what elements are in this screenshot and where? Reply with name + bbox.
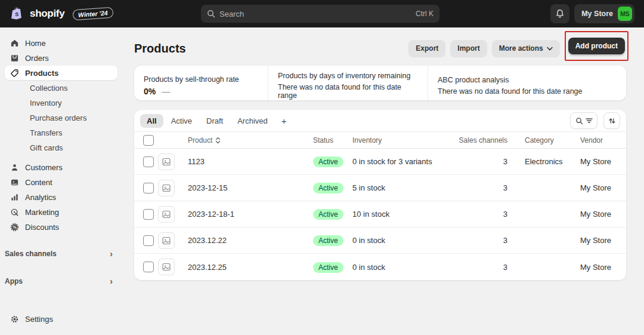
sidebar-item-home[interactable]: Home [5, 36, 117, 50]
row-checkbox[interactable] [143, 209, 154, 220]
shopify-bag-icon: S [10, 6, 25, 21]
sidebar-item-label: Orders [25, 54, 49, 63]
main-content: Products Export Import More actions Add … [122, 27, 644, 335]
page-header-actions: Export Import More actions Add product [408, 36, 626, 61]
column-header-inventory[interactable]: Inventory [352, 136, 442, 145]
tab-active[interactable]: Active [165, 114, 199, 128]
row-checkbox[interactable] [143, 183, 154, 193]
chevron-right-icon: › [110, 249, 113, 259]
add-view-button[interactable]: + [275, 115, 293, 127]
product-name[interactable]: 2023.12.22 [188, 236, 313, 245]
sidebar-item-customers[interactable]: Customers [5, 160, 117, 174]
sort-button[interactable] [603, 112, 620, 129]
vendor-cell: My Store [579, 157, 626, 166]
analytics-summary-card: Products by sell-through rate 0% — Produ… [134, 66, 626, 100]
sidebar-item-label: Inventory [30, 99, 61, 107]
add-product-button[interactable]: Add product [568, 38, 625, 54]
product-thumbnail [158, 180, 175, 196]
sidebar-item-products[interactable]: Products [5, 66, 117, 80]
table-row[interactable]: 2023.12.22 Active 0 in stock 3 My Store [134, 228, 626, 254]
sidebar-item-label: Analytics [25, 193, 56, 202]
analytics-icon [10, 192, 19, 202]
sidebar-section-sales-channels[interactable]: Sales channels › [5, 247, 117, 260]
vendor-cell: My Store [579, 236, 626, 245]
import-button[interactable]: Import [450, 40, 487, 57]
stat-title: Products by sell-through rate [144, 75, 258, 84]
image-placeholder-icon [162, 158, 171, 166]
table-row[interactable]: 2023.12.25 Active 0 in stock 3 My Store [134, 254, 626, 280]
search-input[interactable]: Search Ctrl K [201, 5, 439, 23]
shopify-logo[interactable]: S shopify Winter '24 [10, 6, 113, 21]
sidebar-item-transfers[interactable]: Transfers [5, 125, 117, 140]
stat-abc-analysis[interactable]: ABC product analysis There was no data f… [428, 66, 626, 106]
page-header: Products Export Import More actions Add … [134, 38, 626, 59]
inventory-cell: 0 in stock for 3 variants [352, 157, 442, 166]
sidebar-item-content[interactable]: Content [5, 175, 117, 189]
notifications-button[interactable] [550, 4, 569, 23]
annotation-highlight-box: Add product [565, 31, 628, 61]
stat-title: ABC product analysis [438, 76, 617, 84]
status-badge: Active [313, 209, 343, 220]
sidebar-item-label: Settings [25, 315, 53, 324]
stat-value: 0% [144, 87, 156, 96]
product-name[interactable]: 2023-12-15 [188, 183, 313, 192]
sidebar-item-label: Customers [25, 163, 63, 172]
sales-channels-cell: 3 [442, 210, 507, 219]
products-tag-icon [10, 68, 19, 78]
sidebar-item-discounts[interactable]: % Discounts [5, 220, 117, 234]
svg-text:S: S [15, 11, 18, 17]
product-name[interactable]: 1123 [188, 157, 313, 166]
sidebar-section-apps[interactable]: Apps › [5, 275, 117, 288]
select-all-checkbox[interactable] [143, 135, 154, 146]
column-header-sales-channels[interactable]: Sales channels [442, 136, 507, 145]
table-row[interactable]: 1123 Active 0 in stock for 3 variants 3 … [134, 149, 626, 175]
image-placeholder-icon [162, 210, 171, 219]
row-checkbox[interactable] [143, 235, 154, 246]
status-badge: Active [313, 235, 343, 246]
product-name[interactable]: 2023.12.25 [188, 263, 313, 272]
sidebar-item-settings[interactable]: Settings [5, 312, 117, 326]
store-name: My Store [581, 10, 613, 18]
version-badge: Winter '24 [73, 7, 114, 21]
sales-channels-cell: 3 [442, 183, 507, 192]
sidebar-item-marketing[interactable]: Marketing [5, 205, 117, 219]
stat-days-of-inventory[interactable]: Products by days of inventory remaining … [268, 66, 428, 106]
more-actions-label: More actions [499, 44, 543, 53]
sidebar-item-analytics[interactable]: Analytics [5, 190, 117, 204]
store-menu-button[interactable]: My Store MS [574, 4, 634, 23]
column-header-product[interactable]: Product [188, 136, 313, 145]
image-placeholder-icon [162, 263, 171, 271]
sidebar-item-label: Collections [30, 84, 68, 93]
search-and-filter-button[interactable] [570, 112, 597, 129]
stat-sell-through-rate[interactable]: Products by sell-through rate 0% — [134, 66, 268, 106]
row-checkbox[interactable] [143, 262, 154, 272]
content-icon [10, 177, 19, 187]
home-icon [10, 38, 19, 48]
inventory-cell: 0 in stock [352, 236, 442, 245]
stat-message: There was no data found for this date ra… [278, 83, 418, 100]
sidebar-item-gift-cards[interactable]: Gift cards [5, 140, 117, 155]
sidebar-item-inventory[interactable]: Inventory [5, 96, 117, 110]
sidebar-item-label: Discounts [25, 223, 59, 232]
product-name[interactable]: 2023-12-18-1 [188, 210, 313, 219]
section-label: Apps [5, 277, 23, 285]
product-thumbnail [158, 232, 175, 249]
search-placeholder: Search [219, 10, 411, 19]
table-tabs: All Active Draft Archived + [134, 110, 626, 131]
column-header-status[interactable]: Status [313, 136, 352, 145]
tab-all[interactable]: All [140, 114, 163, 128]
sidebar-item-orders[interactable]: Orders [5, 51, 117, 65]
tab-draft[interactable]: Draft [200, 114, 230, 128]
table-row[interactable]: 2023-12-18-1 Active 10 in stock 3 My Sto… [134, 201, 626, 228]
status-badge: Active [313, 262, 343, 273]
tab-archived[interactable]: Archived [231, 114, 274, 128]
column-header-vendor[interactable]: Vendor [579, 136, 626, 145]
sidebar-item-collections[interactable]: Collections [5, 81, 117, 95]
row-checkbox[interactable] [143, 156, 154, 167]
table-row[interactable]: 2023-12-15 Active 5 in stock 3 My Store [134, 175, 626, 201]
export-button[interactable]: Export [408, 40, 445, 57]
sidebar-item-purchase-orders[interactable]: Purchase orders [5, 110, 117, 125]
more-actions-button[interactable]: More actions [492, 40, 560, 57]
chevron-down-icon [547, 47, 553, 51]
column-header-category[interactable]: Category [507, 136, 579, 145]
